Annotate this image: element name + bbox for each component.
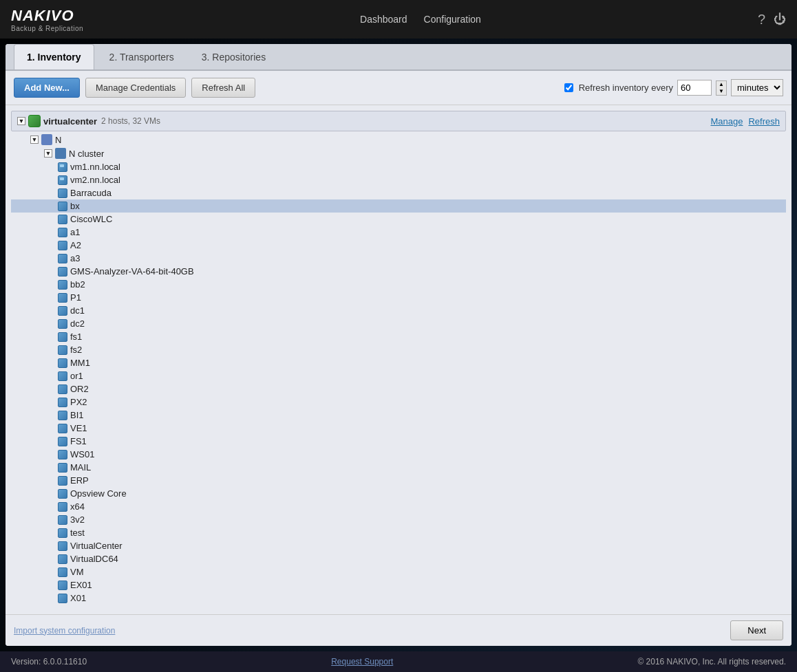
list-item[interactable]: VirtualCenter: [11, 539, 786, 552]
vm-icon: [58, 489, 67, 499]
tab-transporters[interactable]: 2. Transporters: [97, 45, 187, 69]
manage-credentials-button[interactable]: Manage Credentials: [85, 78, 186, 98]
add-new-button[interactable]: Add New...: [14, 78, 80, 98]
list-item[interactable]: bx: [11, 199, 786, 213]
vm-icon: [58, 332, 67, 342]
list-item[interactable]: GMS-Analyzer-VA-64-bit-40GB: [11, 265, 786, 278]
refresh-increment[interactable]: ▲: [716, 81, 726, 88]
vm-icon: [58, 502, 67, 512]
list-item[interactable]: A2: [11, 239, 786, 252]
cluster-name: N cluster: [69, 149, 104, 159]
vm-label: BI1: [70, 410, 84, 420]
vm-icon: [58, 567, 67, 577]
vm-label: MM1: [70, 358, 90, 368]
main-container: 1. Inventory 2. Transporters 3. Reposito…: [6, 44, 791, 646]
vc-manage-link[interactable]: Manage: [710, 116, 743, 127]
list-item[interactable]: EX01: [11, 578, 786, 592]
list-item[interactable]: CiscoWLC: [11, 213, 786, 226]
list-item[interactable]: BI1: [11, 409, 786, 422]
vm-label: fs1: [70, 332, 82, 342]
vm-label: ERP: [70, 475, 89, 486]
list-item[interactable]: MM1: [11, 356, 786, 369]
vm-icon: [58, 345, 67, 355]
list-item[interactable]: X01: [11, 592, 786, 605]
vm-icon: [58, 162, 67, 172]
refresh-all-button[interactable]: Refresh All: [191, 78, 255, 98]
list-item[interactable]: P1: [11, 291, 786, 304]
vm-label: VirtualCenter: [70, 541, 123, 551]
list-item[interactable]: OR2: [11, 382, 786, 395]
vm-label: vm2.nn.local: [70, 175, 120, 185]
list-item[interactable]: a1: [11, 226, 786, 239]
power-icon[interactable]: ⏻: [774, 13, 786, 25]
list-item[interactable]: fs1: [11, 330, 786, 343]
vm-label: X01: [70, 593, 86, 603]
refresh-checkbox[interactable]: [564, 83, 573, 92]
refresh-unit-select[interactable]: minutes: [731, 79, 783, 96]
vm-icon: [58, 175, 67, 185]
list-item[interactable]: WS01: [11, 448, 786, 461]
refresh-decrement[interactable]: ▼: [716, 88, 726, 95]
vc-collapse[interactable]: ▼: [17, 117, 25, 125]
list-item[interactable]: Opsview Core: [11, 487, 786, 500]
vc-name: virtualcenter: [43, 116, 97, 127]
tab-repositories[interactable]: 3. Repositories: [189, 45, 278, 69]
vm-icon: [58, 267, 67, 277]
vm-icon: [58, 424, 67, 433]
vm-label: 3v2: [70, 514, 85, 525]
list-item[interactable]: VM: [11, 565, 786, 578]
list-item[interactable]: MAIL: [11, 461, 786, 474]
next-button[interactable]: Next: [730, 620, 783, 640]
list-item[interactable]: or1: [11, 369, 786, 382]
list-item[interactable]: VE1: [11, 422, 786, 435]
list-item[interactable]: Barracuda: [11, 186, 786, 199]
cluster-collapse[interactable]: ▼: [44, 149, 52, 158]
list-item[interactable]: dc1: [11, 304, 786, 317]
app-subtitle: Backup & Replication: [11, 25, 83, 32]
vm-icon: [58, 371, 67, 381]
vm-label: EX01: [70, 580, 92, 590]
app-name: NAKIVO: [11, 7, 83, 25]
list-item[interactable]: 3v2: [11, 513, 786, 526]
tabs: 1. Inventory 2. Transporters 3. Reposito…: [6, 44, 791, 71]
toolbar: Add New... Manage Credentials Refresh Al…: [6, 71, 791, 105]
vm-icon: [58, 215, 67, 224]
tab-inventory[interactable]: 1. Inventory: [14, 44, 94, 69]
vm-label: dc2: [70, 318, 85, 329]
list-item[interactable]: test: [11, 526, 786, 539]
vm-label: or1: [70, 371, 83, 381]
datacenter-icon: [41, 134, 52, 145]
nav-dashboard[interactable]: Dashboard: [360, 14, 407, 25]
list-item[interactable]: fs2: [11, 343, 786, 356]
dc-collapse[interactable]: ▼: [30, 136, 39, 144]
vm-icon: [58, 581, 67, 590]
list-item[interactable]: x64: [11, 500, 786, 513]
footer: Version: 6.0.0.11610 Request Support © 2…: [0, 651, 797, 672]
vm-label: PX2: [70, 397, 87, 407]
list-item[interactable]: vm1.nn.local: [11, 160, 786, 173]
vm-list: BarracudabxCiscoWLCa1A2a3GMS-Analyzer-VA…: [11, 186, 786, 605]
list-item[interactable]: ERP: [11, 474, 786, 487]
refresh-value-input[interactable]: [677, 80, 712, 96]
datacenter-name: N: [55, 135, 61, 145]
list-item[interactable]: dc2: [11, 317, 786, 330]
list-item[interactable]: vm2.nn.local: [11, 173, 786, 186]
vm-label: FS1: [70, 436, 87, 446]
vm-label: Barracuda: [70, 188, 111, 198]
bottom-bar: Import system configuration Next: [6, 614, 791, 646]
list-item[interactable]: FS1: [11, 435, 786, 448]
datacenter-n: ▼ N: [11, 133, 786, 147]
list-item[interactable]: a3: [11, 252, 786, 265]
header: NAKIVO Backup & Replication Dashboard Co…: [0, 0, 797, 39]
help-icon[interactable]: ?: [758, 12, 765, 26]
vm-icon: [58, 280, 67, 290]
list-item[interactable]: VirtualDC64: [11, 552, 786, 565]
list-item[interactable]: PX2: [11, 395, 786, 409]
import-link[interactable]: Import system configuration: [14, 626, 115, 636]
vc-refresh-link[interactable]: Refresh: [748, 116, 780, 127]
list-item[interactable]: bb2: [11, 278, 786, 291]
vm-icon: [58, 254, 67, 263]
nav-configuration[interactable]: Configuration: [424, 14, 481, 25]
support-link[interactable]: Request Support: [331, 657, 393, 666]
vm-icon: [58, 437, 67, 446]
